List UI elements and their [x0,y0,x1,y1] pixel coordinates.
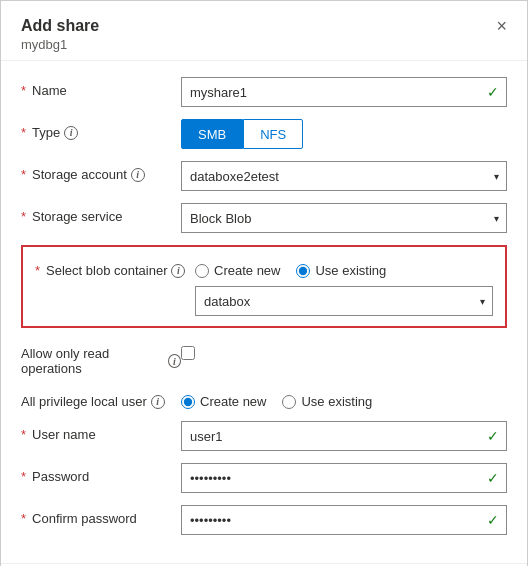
blob-use-existing-label[interactable]: Use existing [296,263,386,278]
password-input-wrapper: ✓ [181,463,507,493]
password-row: * Password ✓ [21,463,507,493]
dialog-title: Add share [21,17,507,35]
privilege-control: Create new Use existing [181,388,507,409]
storage-service-label: * Storage service [21,203,181,224]
required-star-ss: * [21,209,26,224]
privilege-label: All privilege local user i [21,388,181,409]
priv-use-existing-radio[interactable] [282,395,296,409]
password-label: * Password [21,463,181,484]
type-label: * Type i [21,119,181,140]
type-toggle: SMB NFS [181,119,507,149]
confirm-password-input[interactable] [181,505,507,535]
dialog-body: * Name ✓ * Type i SMB NFS [1,61,527,563]
confirm-password-label: * Confirm password [21,505,181,526]
required-star-un: * [21,427,26,442]
blob-container-controls: Create new Use existing databox ▾ [195,257,493,316]
required-star-sa: * [21,167,26,182]
type-row: * Type i SMB NFS [21,119,507,149]
storage-account-label: * Storage account i [21,161,181,182]
password-check-icon: ✓ [487,470,499,486]
name-input[interactable] [181,77,507,107]
password-control: ✓ [181,463,507,493]
password-input[interactable] [181,463,507,493]
username-control: ✓ [181,421,507,451]
dialog-header: Add share mydbg1 × [1,1,527,61]
nfs-button[interactable]: NFS [243,119,303,149]
required-star-bc: * [35,263,40,278]
priv-create-new-radio[interactable] [181,395,195,409]
storage-service-select-wrapper: Block Blob Page Blob Azure File ▾ [181,203,507,233]
blob-container-section: * Select blob container i Create new Use… [21,245,507,328]
name-row: * Name ✓ [21,77,507,107]
storage-account-row: * Storage account i databoxe2etest ▾ [21,161,507,191]
allow-read-info-icon: i [168,354,181,368]
username-input[interactable] [181,421,507,451]
storage-service-row: * Storage service Block Blob Page Blob A… [21,203,507,233]
username-input-wrapper: ✓ [181,421,507,451]
name-control: ✓ [181,77,507,107]
blob-container-row: * Select blob container i Create new Use… [35,257,493,316]
username-label: * User name [21,421,181,442]
blob-create-new-label[interactable]: Create new [195,263,280,278]
allow-read-label: Allow only read operations i [21,340,181,376]
required-star-cp: * [21,511,26,526]
blob-create-new-radio[interactable] [195,264,209,278]
dialog-subtitle: mydbg1 [21,37,507,52]
storage-account-select[interactable]: databoxe2etest [181,161,507,191]
username-check-icon: ✓ [487,428,499,444]
blob-container-radio-group: Create new Use existing [195,257,493,278]
confirm-password-control: ✓ [181,505,507,535]
priv-use-existing-label[interactable]: Use existing [282,394,372,409]
blob-container-label: * Select blob container i [35,257,195,278]
storage-account-control: databoxe2etest ▾ [181,161,507,191]
storage-service-select[interactable]: Block Blob Page Blob Azure File [181,203,507,233]
allow-read-row: Allow only read operations i [21,340,507,376]
username-row: * User name ✓ [21,421,507,451]
allow-read-control [181,340,507,363]
confirm-password-input-wrapper: ✓ [181,505,507,535]
privilege-radio-group: Create new Use existing [181,388,507,409]
required-star-pw: * [21,469,26,484]
confirm-password-check-icon: ✓ [487,512,499,528]
type-info-icon: i [64,126,78,140]
confirm-password-row: * Confirm password ✓ [21,505,507,535]
storage-account-info-icon: i [131,168,145,182]
smb-button[interactable]: SMB [181,119,243,149]
blob-container-select[interactable]: databox [195,286,493,316]
blob-container-info-icon: i [171,264,185,278]
blob-use-existing-radio[interactable] [296,264,310,278]
name-input-wrapper: ✓ [181,77,507,107]
required-star: * [21,83,26,98]
storage-account-select-wrapper: databoxe2etest ▾ [181,161,507,191]
add-share-dialog: Add share mydbg1 × * Name ✓ * Type i [0,0,528,566]
name-label: * Name [21,77,181,98]
close-button[interactable]: × [490,15,513,37]
required-star-type: * [21,125,26,140]
name-check-icon: ✓ [487,84,499,100]
storage-service-control: Block Blob Page Blob Azure File ▾ [181,203,507,233]
type-control: SMB NFS [181,119,507,149]
priv-create-new-label[interactable]: Create new [181,394,266,409]
privilege-row: All privilege local user i Create new Us… [21,388,507,409]
privilege-info-icon: i [151,395,165,409]
allow-read-checkbox[interactable] [181,346,195,360]
blob-container-select-wrapper: databox ▾ [195,286,493,316]
